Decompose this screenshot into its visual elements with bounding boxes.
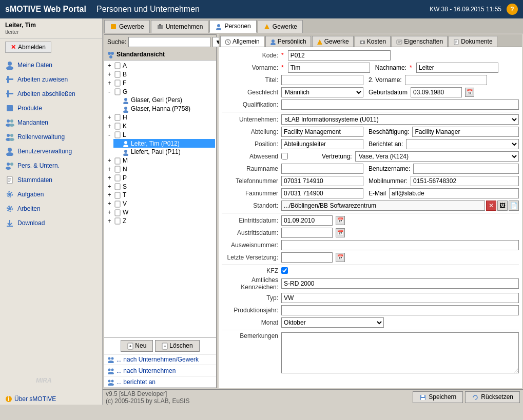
vorname2-input[interactable] <box>405 75 487 85</box>
geburtsdatum-calendar[interactable]: 📅 <box>465 88 474 97</box>
geschlecht-select[interactable]: Männlich Weiblich <box>281 87 363 97</box>
detail-tab-dokumente[interactable]: Dokumente <box>449 36 497 47</box>
produktionsjahr-input[interactable] <box>281 305 519 315</box>
typ-input[interactable] <box>281 293 519 303</box>
sidebar-item-benutzerverwaltung[interactable]: Benutzerverwaltung <box>0 144 102 158</box>
detail-tab-eigenschaften[interactable]: Eigenschaften <box>392 36 448 47</box>
tab-personen[interactable]: Personen <box>209 20 256 33</box>
sidebar-item-arbeiten[interactable]: Arbeiten <box>0 202 102 216</box>
sidebar-item-produkte[interactable]: Produkte <box>0 101 102 115</box>
sidebar-item-aufgaben[interactable]: Aufgaben <box>0 187 102 202</box>
help-button[interactable]: ? <box>507 4 518 15</box>
detail-tab-kosten[interactable]: Kosten <box>355 36 391 47</box>
eintrittsdatum-calendar[interactable]: 📅 <box>336 216 345 225</box>
tree-node-h[interactable]: + H <box>105 113 215 122</box>
svg-point-75 <box>111 380 114 383</box>
kfz-checkbox[interactable] <box>281 267 288 274</box>
sidebar-item-arbeiten-zuweisen[interactable]: Arbeiten zuweisen <box>0 72 102 87</box>
tree-node-leiter-tim[interactable]: Leiter, Tim (P012) <box>113 139 215 148</box>
tree-node-g[interactable]: - G <box>105 87 215 96</box>
tree-node-a[interactable]: + A <box>105 62 215 70</box>
tree-node-t[interactable]: + T <box>105 191 215 199</box>
footer-nach-unternehmen[interactable]: ... nach Unternehmen <box>104 365 216 376</box>
tree-node-p[interactable]: + P <box>105 173 215 182</box>
nachname-input[interactable] <box>416 63 498 73</box>
eintrittsdatum-input[interactable] <box>281 215 333 226</box>
sidebar-item-pers-untern[interactable]: Pers. & Untern. <box>0 158 102 173</box>
sidebar-nav: Meine Daten Arbeiten zuweisen Arbeiten a… <box>0 56 102 362</box>
about-link[interactable]: i Über sMOTIVE <box>0 393 102 405</box>
save-button[interactable]: Speichern <box>413 391 463 403</box>
standort-input[interactable] <box>281 201 485 211</box>
ausweisnummer-input[interactable] <box>281 240 519 250</box>
berichtet-select[interactable] <box>406 139 519 149</box>
logout-button[interactable]: ✕ Abmelden <box>5 42 51 53</box>
vorname-input[interactable] <box>288 63 370 73</box>
standort-doc-button[interactable]: 📄 <box>509 201 519 211</box>
doc-icon <box>114 217 121 225</box>
tree-node-n[interactable]: + N <box>105 165 215 174</box>
tree-node-z[interactable]: + Z <box>105 217 215 226</box>
neu-button[interactable]: Neu <box>121 340 153 352</box>
beschaeftigung-input[interactable] <box>412 127 519 137</box>
svg-point-17 <box>7 163 10 166</box>
loeschen-button[interactable]: Löschen <box>155 340 199 352</box>
tree-node-glaser-geri[interactable]: Glaser, Geri (Pers) <box>113 96 215 105</box>
sidebar-item-mandanten[interactable]: Mandanten <box>0 115 102 130</box>
tab-unternehmen[interactable]: Unternehmen <box>151 20 209 33</box>
detail-tab-persoenlich[interactable]: Persönlich <box>265 36 311 47</box>
unternehmen-select[interactable]: sLAB Informationssysteme (U011) <box>281 114 519 125</box>
detail-tab-allgemein[interactable]: Allgemein <box>220 36 264 47</box>
standort-image-button[interactable]: 🖼 <box>497 201 508 211</box>
tree-node-liefert-paul[interactable]: Liefert, Paul (P11) <box>113 148 215 156</box>
faxnummer-input[interactable] <box>281 188 363 198</box>
position-input[interactable] <box>281 139 363 149</box>
letzte-versetzung-input[interactable] <box>281 252 333 263</box>
mobilnummer-input[interactable] <box>411 176 519 186</box>
copyright-info: (c) 2005-2015 by sLAB, EuSIS <box>106 397 189 405</box>
bemerkungen-textarea[interactable] <box>281 332 519 373</box>
tree-node-f[interactable]: + F <box>105 78 215 87</box>
search-input[interactable] <box>128 37 210 47</box>
tree-node-v[interactable]: + V <box>105 199 215 208</box>
svg-point-51 <box>124 141 127 144</box>
tab-gewerbe[interactable]: Gewerbe <box>104 20 150 33</box>
austrittsdatum-input[interactable] <box>281 228 333 238</box>
telefonnummer-input[interactable] <box>281 176 363 186</box>
abteilung-input[interactable] <box>281 127 363 137</box>
kennzeichen-input[interactable] <box>281 278 519 289</box>
tree-node-w[interactable]: + W <box>105 208 215 217</box>
austrittsdatum-calendar[interactable]: 📅 <box>336 228 345 237</box>
raumname-input[interactable] <box>281 164 363 174</box>
standort-clear-button[interactable]: ✕ <box>486 201 496 211</box>
tree-node-l[interactable]: - L <box>105 130 215 139</box>
sidebar-item-meine-daten[interactable]: Meine Daten <box>0 58 102 72</box>
tree-node-glaser-hanna[interactable]: Glaser, Hanna (P758) <box>113 105 215 113</box>
sidebar-item-download[interactable]: Download <box>0 216 102 230</box>
tab-gewerke[interactable]: Gewerke <box>258 20 303 33</box>
kode-input[interactable] <box>288 50 391 61</box>
titel-input[interactable] <box>281 75 363 85</box>
footer-nach-unternehmen-gewerk[interactable]: ... nach Unternehmen/Gewerk <box>104 354 216 366</box>
abwesend-checkbox[interactable] <box>281 153 288 159</box>
tree-node-s[interactable]: + S <box>105 182 215 191</box>
qualifikation-input[interactable] <box>281 99 519 110</box>
monat-select[interactable]: JanuarFebruarMärz AprilMaiJuni JuliAugus… <box>281 317 384 328</box>
search-label: Suche: <box>107 38 126 46</box>
svg-point-68 <box>108 357 111 360</box>
sidebar-item-rollenverwaltung[interactable]: Rollenverwaltung <box>0 130 102 144</box>
tree-node-m[interactable]: + M <box>105 156 215 165</box>
detail-tab-gewerke[interactable]: Gewerke <box>312 36 354 47</box>
letzte-versetzung-calendar[interactable]: 📅 <box>336 253 345 262</box>
email-input[interactable] <box>389 188 519 198</box>
reset-button[interactable]: Rücksetzen <box>465 391 520 403</box>
gewerke-icon <box>263 23 270 31</box>
sidebar-item-arbeiten-abschliessen[interactable]: Arbeiten abschließen <box>0 87 102 101</box>
sidebar-item-stammdaten[interactable]: Stammdaten <box>0 173 102 187</box>
footer-berichtet-an[interactable]: ... berichtet an <box>104 376 216 388</box>
tree-node-b[interactable]: + B <box>105 70 215 78</box>
geburtsdatum-input[interactable] <box>411 87 462 97</box>
benutzername-input[interactable] <box>413 164 519 174</box>
tree-node-k[interactable]: + K <box>105 122 215 130</box>
vertretung-select[interactable]: Vase, Vera (K124) <box>355 151 519 162</box>
